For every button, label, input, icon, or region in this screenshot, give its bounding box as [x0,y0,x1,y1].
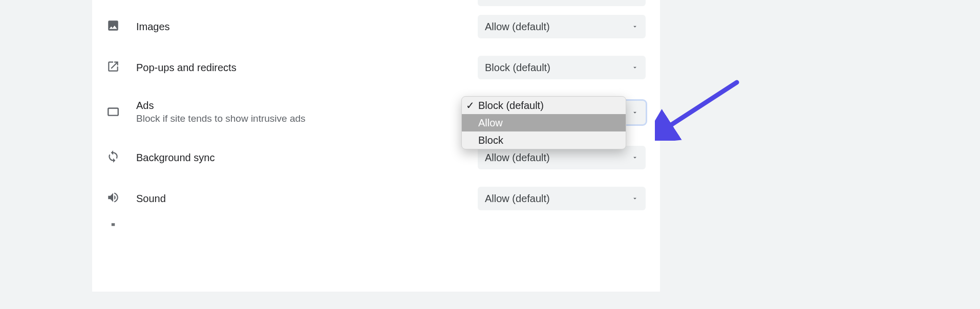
sound-icon [106,191,120,207]
popups-select[interactable]: Block (default) [478,56,646,79]
permission-label: Pop-ups and redirects [136,62,478,74]
settings-panel: Flash Ask (default) Images Allow (defaul… [92,0,660,292]
option-label: Allow [478,117,503,129]
open-in-new-icon [106,60,120,76]
sync-icon [106,150,120,166]
permission-label: Ads [136,100,478,112]
dropdown-option-block[interactable]: Block [462,131,626,149]
dropdown-option-block-default[interactable]: ✓ Block (default) [462,97,626,114]
check-icon: ✓ [466,99,478,112]
permission-row-sound: Sound Allow (default) [92,178,660,219]
chevron-down-icon [631,154,638,161]
permission-row-popups: Pop-ups and redirects Block (default) [92,47,660,88]
svg-rect-0 [108,108,118,115]
permission-row-images: Images Allow (default) [92,6,660,47]
select-value: Allow (default) [485,21,550,33]
image-icon [106,19,120,35]
permission-sublabel: Block if site tends to show intrusive ad… [136,113,478,125]
ads-dropdown-menu: ✓ Block (default) Allow Block [461,96,626,149]
permission-row-flash: Flash Ask (default) [92,0,660,6]
chevron-down-icon [631,64,638,71]
pointer-arrow-icon [655,79,742,143]
sound-select[interactable]: Allow (default) [478,187,646,210]
chevron-down-icon [631,23,638,30]
dropdown-option-allow[interactable]: Allow [462,114,626,131]
chevron-down-icon [631,195,638,202]
images-select[interactable]: Allow (default) [478,15,646,38]
download-icon [106,222,120,237]
select-value: Allow (default) [485,152,550,164]
permission-row-autodownload [92,219,660,239]
svg-line-2 [664,82,737,129]
flash-select[interactable]: Ask (default) [478,0,646,6]
option-label: Block (default) [478,100,544,112]
permission-label: Background sync [136,152,478,164]
select-value: Allow (default) [485,193,550,205]
permission-label: Sound [136,193,478,205]
select-value: Ask (default) [485,0,542,1]
tab-icon [106,105,120,121]
select-value: Block (default) [485,62,550,74]
option-label: Block [478,135,503,146]
svg-rect-1 [112,223,115,226]
chevron-down-icon [631,109,638,116]
permission-label: Images [136,21,478,33]
